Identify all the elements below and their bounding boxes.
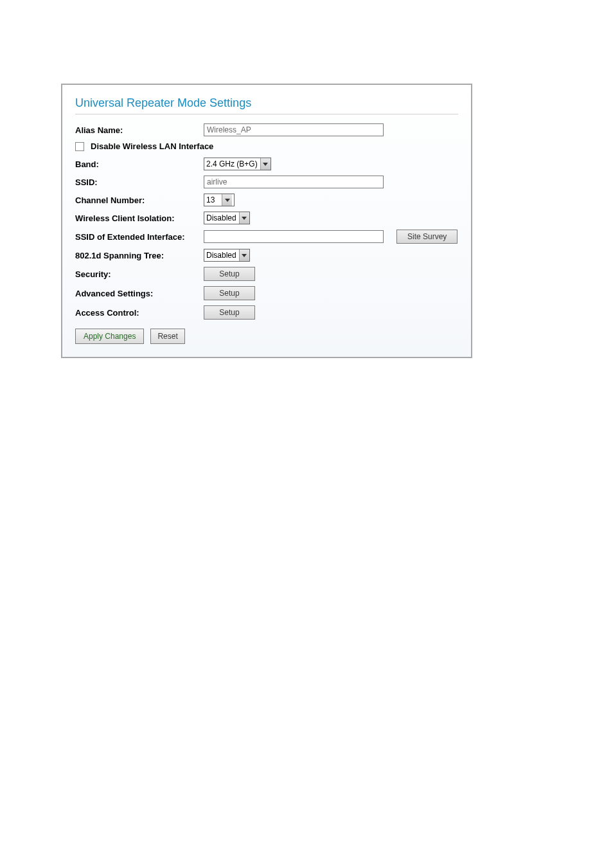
channel-label: Channel Number: [75,195,204,205]
footer-buttons: Apply Changes Reset [75,329,458,344]
disable-wlan-checkbox[interactable] [75,142,84,151]
advanced-label: Advanced Settings: [75,289,204,298]
ext-ssid-label: SSID of Extended Interface: [75,232,204,242]
chevron-down-icon [225,199,230,202]
spanning-tree-select-arrow [239,249,249,261]
security-row: Security: Setup [75,267,458,281]
spanning-tree-select-text: Disabled [206,251,239,260]
band-select-text: 2.4 GHz (B+G) [206,159,260,168]
site-survey-button[interactable]: Site Survey [396,230,458,244]
apply-changes-button[interactable]: Apply Changes [75,329,144,344]
spanning-tree-label: 802.1d Spanning Tree: [75,251,204,260]
band-select-arrow [260,158,271,170]
disable-wlan-row: Disable Wireless LAN Interface [75,141,458,151]
alias-name-label: Alias Name: [75,125,204,135]
isolation-select-text: Disabled [206,213,239,222]
spanning-tree-select[interactable]: Disabled [204,249,250,262]
isolation-row: Wireless Client Isolation: Disabled [75,212,458,224]
band-label: Band: [75,159,204,169]
ssid-row: SSID: [75,176,458,188]
access-control-setup-button[interactable]: Setup [204,305,255,320]
reset-button[interactable]: Reset [150,329,184,344]
advanced-row: Advanced Settings: Setup [75,286,458,300]
ssid-label: SSID: [75,177,204,187]
divider [75,114,458,114]
channel-select[interactable]: 13 [204,194,235,206]
chevron-down-icon [263,163,268,166]
access-control-row: Access Control: Setup [75,305,458,320]
chevron-down-icon [242,217,247,220]
channel-row: Channel Number: 13 [75,194,458,206]
access-control-label: Access Control: [75,308,204,318]
channel-select-arrow [222,194,232,206]
band-select[interactable]: 2.4 GHz (B+G) [204,158,271,170]
ext-ssid-row: SSID of Extended Interface: Site Survey [75,230,458,244]
band-row: Band: 2.4 GHz (B+G) [75,158,458,170]
security-setup-button[interactable]: Setup [204,267,255,281]
alias-name-row: Alias Name: [75,123,458,136]
alias-name-input[interactable] [204,123,384,136]
ssid-input[interactable] [204,176,384,188]
disable-wlan-label: Disable Wireless LAN Interface [91,141,213,151]
panel-title: Universal Repeater Mode Settings [75,96,458,110]
chevron-down-icon [242,254,247,257]
isolation-select[interactable]: Disabled [204,212,250,224]
security-label: Security: [75,269,204,279]
spanning-tree-row: 802.1d Spanning Tree: Disabled [75,249,458,262]
isolation-label: Wireless Client Isolation: [75,213,204,223]
isolation-select-arrow [239,212,249,224]
advanced-setup-button[interactable]: Setup [204,286,255,300]
ext-ssid-input[interactable] [204,230,384,243]
settings-panel: Universal Repeater Mode Settings Alias N… [61,84,472,358]
channel-select-text: 13 [206,195,222,204]
